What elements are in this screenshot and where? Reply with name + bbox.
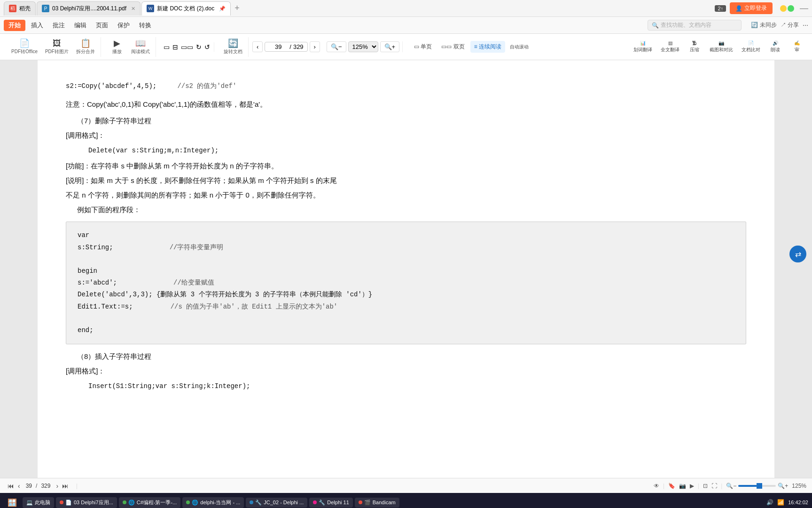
review-icon: ✍ [794,40,800,46]
prev-page-btn[interactable]: ‹ [252,41,263,52]
taskbar-csharp-icon: 🌐 [128,500,135,506]
two-page-icon[interactable]: ▭▭ [180,42,194,52]
taskbar-delphi-web-icon: 🌐 [192,500,198,506]
start-button[interactable]: 开始 [4,20,25,31]
bottom-snapshot-icon[interactable]: 📷 [679,483,686,489]
taskbar-pdf-label: 03 Delphi7应用... [74,499,113,506]
screenshot-icon: 📷 [718,40,724,46]
insert-signature: Insert(S1:String;var s:String;k:Integer)… [66,379,746,392]
right-sidebar-icon-glyph: ⇄ [795,250,801,259]
menu-page[interactable]: 页面 [92,19,112,32]
bottom-zoom-out-icon[interactable]: 🔍− [726,483,736,489]
full-translate-label: 全文翻译 [661,47,679,53]
section7-text: （7）删除子字符串过程 [77,117,151,125]
review-btn[interactable]: ✍ 审 [788,39,806,55]
taskbar-pdf[interactable]: 📄 03 Delphi7应用... [56,497,117,508]
bottom-eye-icon[interactable]: 👁 [654,483,659,489]
double-page-view-btn[interactable]: ▭▭ 双页 [437,41,468,53]
menu-insert[interactable]: 插入 [27,19,47,32]
rotate-doc-btn[interactable]: 🔄 旋转文档 [221,37,245,57]
close-icon[interactable]: — [800,3,808,13]
code-block: var s:String; //字符串变量声明 begin s:='abcd';… [66,222,746,344]
full-translate-icon: ▤ [668,40,672,46]
single-page-view-btn[interactable]: ▭ 单页 [410,41,436,53]
rotate-ccw-icon[interactable]: ↺ [203,42,211,52]
auto-scroll-btn[interactable]: 自动滚动 [507,42,531,52]
code-delete-call-text: Delete('abcd',3,3); {删除从第 3 个字符开始长度为 3 的… [78,289,372,301]
right-sidebar-button[interactable]: ⇄ [789,246,806,262]
taskbar-bandicam[interactable]: 🎬 Bandicam [355,498,399,508]
menu-annotate[interactable]: 批注 [49,19,69,32]
code-begin-text: begin [78,265,97,277]
compress-btn[interactable]: 🗜 压缩 [685,39,704,55]
reading-mode-btn[interactable]: 📖 阅读模式 [128,37,153,57]
taskbar-jc02-icon: 🔧 [255,500,262,506]
start-icon[interactable]: 🪟 [4,498,21,507]
read-aloud-btn[interactable]: 🔊 朗读 [766,39,785,55]
rotate-cw-icon[interactable]: ↻ [195,42,203,52]
zoom-slider-thumb[interactable] [757,483,762,489]
single-page-view-label: 单页 [421,43,432,50]
bottom-zoom-in-icon[interactable]: 🔍+ [778,483,788,489]
taskbar-csharp[interactable]: 🌐 C#编程-第一季-... [119,497,181,508]
maximize-button[interactable] [788,5,794,12]
bottom-crop-icon[interactable]: ⊡ [703,483,708,489]
taskbar-pdf-icon: 📄 [65,500,72,506]
tab-doc-pin[interactable]: 📌 [219,6,226,12]
full-translate-btn[interactable]: ▤ 全文翻译 [658,39,682,55]
code-edit1-comment: //s 的值为子串'ab'，故 Edit1 上显示的文本为'ab' [171,301,338,313]
word-translate-btn[interactable]: 📊 划词翻译 [631,39,655,55]
bottom-bookmark-icon[interactable]: 🔖 [668,483,675,489]
last-page-btn[interactable]: ⏭ [60,482,70,490]
bottom-prev-btn[interactable]: ‹ [16,482,22,490]
taskbar-computer[interactable]: 💻 此电脑 [23,497,54,508]
search-box[interactable]: 🔍 查找功能、文档内容 [648,20,742,31]
menu-edit[interactable]: 编辑 [70,19,90,32]
zoom-in-btn[interactable]: 🔍+ [380,41,400,52]
first-page-btn[interactable]: ⏮ [6,482,16,490]
minimize-button[interactable] [780,5,787,12]
tab-pdf[interactable]: P 03 Delphi7应用....2004.11.pdf ✕ [37,1,141,16]
more-icon[interactable]: ⋯ [803,22,808,29]
taskbar-delphi-web[interactable]: 🌐 delphi-当当网 - ... [182,497,244,508]
sync-icon[interactable]: 🔄 未同步 [751,21,776,29]
split-merge-btn[interactable]: 📋 拆分合并 [73,37,98,57]
tab-pdf-close[interactable]: ✕ [131,6,135,12]
menu-convert[interactable]: 转换 [135,19,155,32]
page-input[interactable] [269,43,288,50]
login-button[interactable]: 👤 立即登录 [730,2,773,14]
single-page-icon[interactable]: ▭ [163,42,171,52]
pdf-to-office-btn[interactable]: 📄 PDF转Office [8,37,40,57]
menu-protect[interactable]: 保护 [114,19,133,32]
bottom-fullscreen-icon[interactable]: ⛶ [711,483,717,489]
doc-compare-btn[interactable]: 📄 文档比对 [739,39,763,55]
continuous-view-btn[interactable]: ≡ 连续阅读 [470,41,505,53]
screenshot-btn[interactable]: 📷 截图和对比 [707,39,736,55]
bottom-play-icon[interactable]: ▶ [690,483,694,489]
share-icon[interactable]: ↗ 分享 [781,21,799,29]
taskbar-csharp-label: C#编程-第一季-... [137,499,177,506]
zoom-out-btn[interactable]: 🔍− [327,41,346,52]
toolbar-view-group: ▶ 播放 📖 阅读模式 [105,37,156,57]
tab-daoke[interactable]: 稻 稻壳 [4,1,36,16]
taskbar-delphi11[interactable]: 🔧 Delphi 11 [309,498,352,508]
taskbar-jc02[interactable]: 🔧 JC_02 - Delphi ... [246,498,307,508]
login-label: 立即登录 [744,4,767,12]
bottom-sep4: | [721,483,722,489]
play-btn[interactable]: ▶ 播放 [108,37,126,57]
tab-group: 稻 稻壳 P 03 Delphi7应用....2004.11.pdf ✕ W 新… [4,1,715,16]
pdf-to-image-btn[interactable]: 🖼 PDF转图片 [42,37,71,57]
code-line-s2: s2:=Copy('abcdef',4,5); //s2 的值为'def' [66,79,746,92]
tab-doc[interactable]: W 新建 DOC 文档 (2).doc 📌 [141,1,231,16]
screenshot-label: 截图和对比 [710,47,733,53]
taskbar-network-icon[interactable]: 📶 [777,499,784,506]
call-format-text: [调用格式]： [66,131,105,139]
add-tab-button[interactable]: + [232,3,242,13]
compress-label: 压缩 [690,47,699,53]
taskbar-sound-icon[interactable]: 🔊 [766,499,773,506]
bottom-next-btn[interactable]: › [54,482,60,490]
scroll-icon[interactable]: ⊟ [172,42,179,52]
next-page-btn[interactable]: › [310,41,320,52]
zoom-select[interactable]: 125% 100% 150% [348,41,378,52]
bottom-sep3: | [698,483,699,489]
